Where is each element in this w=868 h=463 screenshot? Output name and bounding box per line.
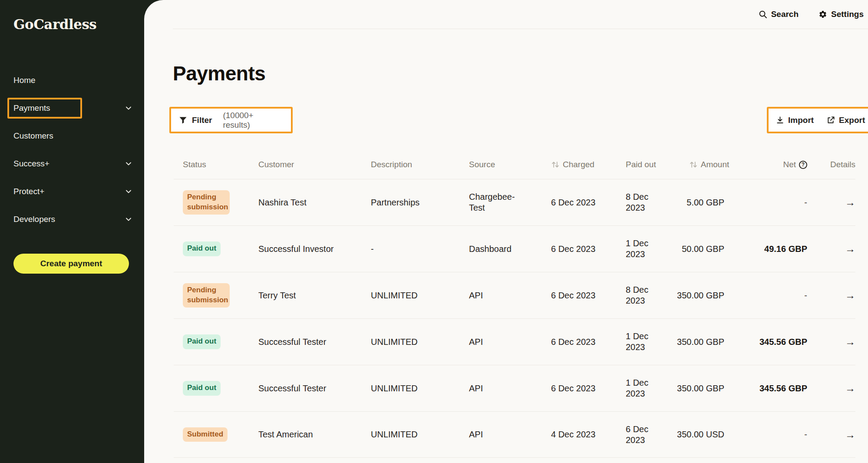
column-header-amount[interactable]: Amount — [676, 160, 742, 169]
sidebar-item-label: Developers — [13, 215, 55, 224]
details-arrow-icon[interactable]: → — [807, 382, 855, 394]
topbar-divider — [173, 29, 868, 29]
table-row[interactable]: Submitted Test American UNLIMITED API 4 … — [174, 411, 855, 458]
create-payment-button[interactable]: Create payment — [13, 254, 129, 274]
status-cell: Paid out — [174, 334, 258, 349]
customer-cell: Successful Tester — [258, 384, 371, 394]
paid-out-cell: 8 Dec 2023 — [626, 284, 676, 306]
table-row[interactable]: Paid out Successful Tester UNLIMITED API… — [174, 365, 855, 411]
sidebar-item-protect-plus[interactable]: Protect+ — [0, 178, 144, 205]
customer-cell: Nashira Test — [258, 198, 371, 208]
amount-cell: 50.00 GBP — [676, 244, 742, 254]
column-header-paid-out: Paid out — [626, 160, 676, 169]
charged-cell: 6 Dec 2023 — [551, 337, 626, 347]
status-badge: Submitted — [183, 427, 228, 442]
sidebar-item-customers[interactable]: Customers — [0, 122, 144, 150]
chevron-down-icon[interactable] — [124, 187, 133, 196]
filter-button[interactable]: Filter (10000+ results) — [179, 111, 283, 130]
column-header-status: Status — [174, 160, 258, 169]
net-cell: - — [742, 198, 807, 208]
source-cell: Dashboard — [469, 244, 551, 255]
source-cell: API — [469, 337, 551, 347]
status-cell: Submitted — [174, 427, 258, 442]
status-badge: Pending submission — [183, 283, 230, 308]
table-row[interactable]: Paid out Successful Investor - Dashboard… — [174, 225, 855, 272]
chevron-down-icon[interactable] — [124, 104, 133, 112]
table-row[interactable]: Pending submission Nashira Test Partners… — [174, 179, 855, 225]
net-cell: 49.16 GBP — [742, 244, 807, 254]
settings-button[interactable]: Settings — [818, 10, 864, 19]
sort-icon[interactable] — [689, 161, 698, 169]
status-badge: Paid out — [183, 334, 221, 349]
status-cell: Pending submission — [174, 190, 258, 215]
export-label: Export — [839, 116, 865, 125]
settings-label: Settings — [831, 10, 864, 19]
customer-cell: Terry Test — [258, 291, 371, 301]
status-cell: Paid out — [174, 241, 258, 256]
payments-table: Status Customer Description Source Charg… — [174, 150, 855, 458]
customer-cell: Successful Tester — [258, 337, 371, 347]
details-arrow-icon[interactable]: → — [807, 429, 855, 441]
customer-cell: Test American — [258, 430, 371, 440]
amount-cell: 5.00 GBP — [676, 198, 742, 208]
search-label: Search — [771, 10, 799, 19]
sidebar-item-label: Customers — [13, 131, 53, 141]
column-header-description: Description — [371, 160, 469, 169]
description-cell: - — [371, 244, 469, 254]
column-header-charged[interactable]: Charged — [551, 160, 626, 169]
status-cell: Paid out — [174, 381, 258, 396]
search-button[interactable]: Search — [759, 10, 799, 19]
export-button[interactable]: Export — [827, 116, 865, 125]
sidebar-item-payments[interactable]: Payments — [0, 94, 144, 122]
amount-cell: 350.00 USD — [676, 430, 742, 440]
charged-cell: 6 Dec 2023 — [551, 198, 626, 208]
paid-out-cell: 1 Dec 2023 — [626, 331, 676, 353]
charged-cell: 6 Dec 2023 — [551, 291, 626, 301]
gear-icon — [818, 10, 827, 19]
description-cell: UNLIMITED — [371, 430, 469, 440]
details-arrow-icon[interactable]: → — [807, 336, 855, 348]
description-cell: Partnerships — [371, 198, 469, 208]
column-header-customer: Customer — [258, 160, 371, 169]
charged-cell: 6 Dec 2023 — [551, 244, 626, 254]
main-content: Search Settings Payments Filter (10000+ … — [144, 0, 868, 463]
sidebar-item-home[interactable]: Home — [0, 66, 144, 94]
topbar: Search Settings — [144, 0, 868, 29]
table-row[interactable]: Paid out Successful Tester UNLIMITED API… — [174, 318, 855, 365]
sidebar: GoCardless Home Payments Customers Succe… — [0, 0, 144, 463]
table-header-row: Status Customer Description Source Charg… — [174, 150, 855, 179]
column-header-source: Source — [469, 160, 551, 169]
net-help-icon[interactable]: ? — [799, 161, 807, 169]
chevron-down-icon[interactable] — [124, 215, 133, 224]
sort-icon[interactable] — [551, 161, 560, 169]
column-header-details: Details — [807, 160, 855, 169]
column-header-net: Net ? — [742, 160, 807, 169]
search-icon — [759, 10, 767, 19]
import-label: Import — [788, 116, 814, 125]
sidebar-item-success-plus[interactable]: Success+ — [0, 150, 144, 178]
table-row[interactable]: Pending submission Terry Test UNLIMITED … — [174, 272, 855, 318]
source-cell: API — [469, 290, 551, 301]
gocardless-logo: GoCardless — [13, 17, 96, 32]
source-cell: API — [469, 383, 551, 394]
status-badge: Pending submission — [183, 190, 230, 215]
sidebar-item-label: Protect+ — [13, 187, 44, 196]
annotation-highlight-filter: Filter (10000+ results) — [169, 107, 293, 133]
filter-label: Filter — [192, 116, 212, 125]
external-link-icon — [827, 116, 835, 124]
charged-cell: 4 Dec 2023 — [551, 430, 626, 440]
description-cell: UNLIMITED — [371, 291, 469, 301]
status-cell: Pending submission — [174, 283, 258, 308]
details-arrow-icon[interactable]: → — [807, 243, 855, 255]
details-arrow-icon[interactable]: → — [807, 289, 855, 301]
source-cell: Chargebee-Test — [469, 192, 551, 213]
import-button[interactable]: Import — [776, 116, 814, 125]
amount-cell: 350.00 GBP — [676, 337, 742, 347]
download-icon — [776, 116, 784, 124]
chevron-down-icon[interactable] — [124, 159, 133, 168]
net-cell: - — [742, 291, 807, 301]
net-cell: - — [742, 430, 807, 440]
sidebar-item-developers[interactable]: Developers — [0, 205, 144, 233]
sidebar-item-label: Success+ — [13, 159, 50, 169]
details-arrow-icon[interactable]: → — [807, 196, 855, 208]
